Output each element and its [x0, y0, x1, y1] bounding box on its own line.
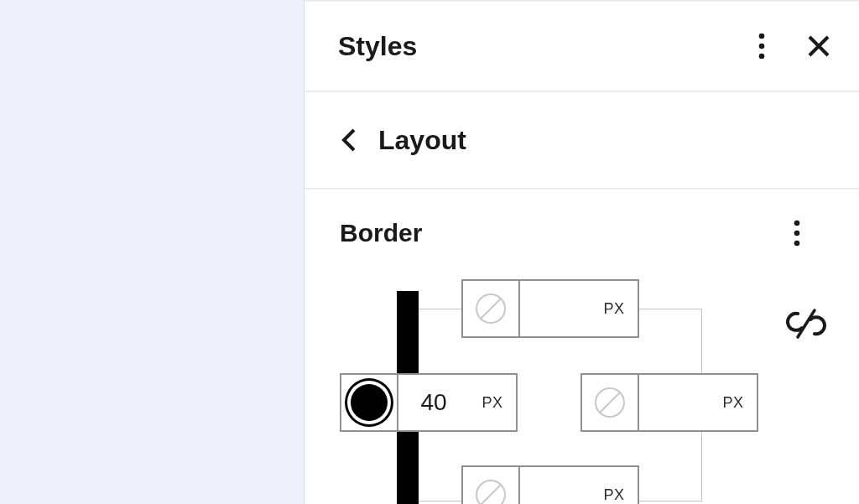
- breadcrumb: Layout: [305, 92, 859, 190]
- no-color-icon: [595, 387, 625, 418]
- section-header: Border: [340, 216, 824, 250]
- no-color-icon: [476, 294, 506, 324]
- canvas-area: [0, 0, 305, 504]
- svg-point-5: [794, 221, 800, 226]
- close-button[interactable]: [804, 31, 834, 61]
- border-left-value[interactable]: 40: [398, 389, 469, 416]
- unlink-sides-button[interactable]: [783, 300, 830, 347]
- border-editor: PX 40 PX PX: [340, 283, 824, 501]
- more-vertical-icon: [758, 33, 765, 60]
- border-left-color-swatch[interactable]: [341, 375, 398, 430]
- svg-line-8: [798, 310, 815, 337]
- border-top-color-swatch[interactable]: [463, 281, 520, 336]
- solid-color-icon: [351, 384, 388, 421]
- more-vertical-icon: [794, 220, 800, 247]
- border-right-field[interactable]: PX: [580, 373, 758, 432]
- panel-header: Styles: [305, 2, 859, 92]
- chevron-left-icon: [341, 127, 357, 153]
- section-title: Border: [340, 219, 422, 247]
- border-bottom-unit[interactable]: PX: [591, 486, 638, 504]
- close-icon: [807, 34, 830, 58]
- header-actions: [755, 29, 834, 63]
- svg-point-7: [794, 241, 800, 247]
- section-menu-button[interactable]: [790, 216, 804, 250]
- breadcrumb-current: Layout: [378, 125, 466, 156]
- svg-point-0: [759, 34, 765, 39]
- border-bottom-field[interactable]: PX: [461, 465, 639, 504]
- styles-panel: Styles Layout: [305, 0, 859, 504]
- svg-point-2: [759, 54, 765, 60]
- unlink-icon: [786, 304, 826, 344]
- border-left-unit[interactable]: PX: [469, 394, 516, 412]
- border-top-unit[interactable]: PX: [591, 300, 638, 318]
- border-left-field[interactable]: 40 PX: [340, 373, 518, 432]
- svg-point-1: [759, 44, 765, 49]
- no-color-icon: [476, 480, 506, 504]
- panel-menu-button[interactable]: [755, 29, 768, 63]
- svg-point-6: [794, 231, 800, 236]
- panel-title: Styles: [338, 31, 417, 62]
- back-button[interactable]: [338, 124, 360, 156]
- border-bottom-color-swatch[interactable]: [463, 467, 520, 504]
- border-right-unit[interactable]: PX: [710, 394, 757, 412]
- border-top-field[interactable]: PX: [461, 279, 639, 338]
- border-right-color-swatch[interactable]: [582, 375, 639, 430]
- border-section: Border: [305, 190, 859, 501]
